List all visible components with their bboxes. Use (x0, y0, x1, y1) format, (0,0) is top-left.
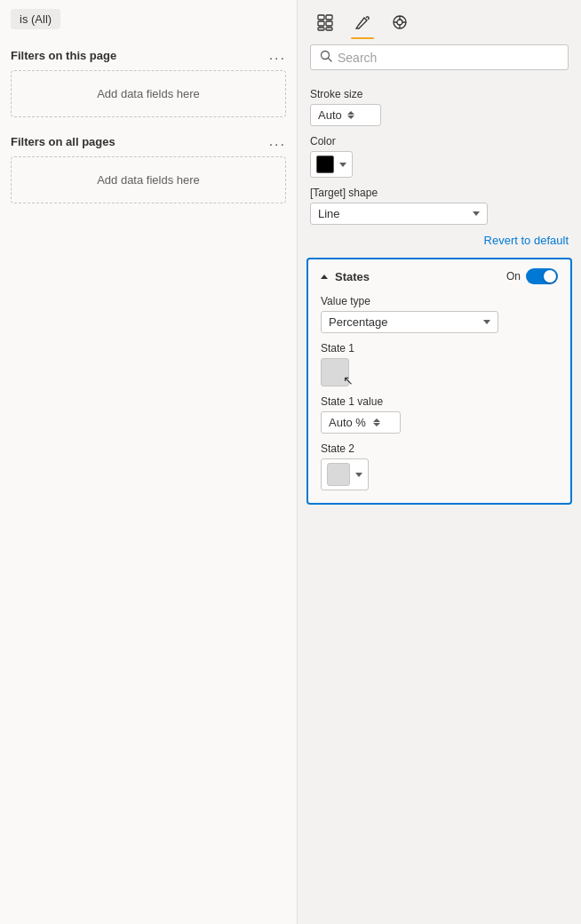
right-panel: Stroke size Auto Color [Target] shape Li… (298, 0, 581, 924)
states-title-group: States (321, 270, 370, 283)
target-shape-row: Line (310, 203, 569, 225)
svg-rect-2 (318, 21, 324, 26)
value-type-label: Value type (321, 295, 558, 307)
left-panel: is (All) Filters on this page ... Add da… (0, 0, 298, 924)
color-row (310, 151, 569, 178)
state2-chevron (355, 473, 362, 477)
states-header: States On (321, 268, 558, 284)
svg-line-8 (329, 59, 332, 62)
state1-row: ↖ (321, 358, 558, 386)
stroke-size-arrows (347, 111, 354, 119)
search-bar[interactable] (310, 44, 569, 70)
color-label: Color (310, 135, 569, 147)
svg-rect-1 (326, 15, 332, 20)
toolbar (298, 0, 581, 37)
state2-row (321, 458, 558, 490)
target-shape-select[interactable]: Line (310, 203, 488, 225)
value-type-row: Percentage (321, 311, 558, 333)
state1-label: State 1 (321, 342, 558, 354)
filter-tag: is (All) (11, 9, 60, 29)
svg-rect-5 (326, 28, 332, 30)
filters-all-pages-add-fields[interactable]: Add data fields here (11, 156, 286, 203)
filters-all-pages-menu[interactable]: ... (269, 133, 286, 149)
properties-section: Stroke size Auto Color [Target] shape Li… (298, 79, 581, 225)
stroke-size-label: Stroke size (310, 88, 569, 100)
color-picker-button[interactable] (310, 151, 353, 178)
stroke-size-row: Auto (310, 104, 569, 126)
color-swatch (316, 155, 334, 173)
filters-this-page-add-fields[interactable]: Add data fields here (11, 70, 286, 117)
filters-this-page-header: Filters on this page ... (11, 47, 286, 63)
revert-to-default-link[interactable]: Revert to default (298, 225, 581, 252)
state1-color-picker[interactable]: ↖ (321, 358, 349, 386)
svg-rect-3 (326, 21, 332, 26)
states-toggle-thumb (544, 270, 556, 283)
state1-value-row: Auto % (321, 411, 558, 434)
svg-rect-4 (318, 28, 324, 30)
svg-rect-0 (318, 15, 324, 20)
color-chevron-down (339, 163, 346, 167)
states-title: States (335, 270, 370, 283)
stroke-size-select[interactable]: Auto (310, 104, 381, 126)
state2-color-picker[interactable] (321, 458, 369, 490)
stroke-size-value: Auto (318, 108, 342, 122)
grid-icon[interactable] (310, 7, 340, 37)
value-type-value: Percentage (329, 315, 388, 329)
state1-value-label: State 1 value (321, 395, 558, 408)
cursor-icon: ↖ (343, 373, 354, 387)
state2-color-swatch (327, 463, 350, 486)
format-icon[interactable] (385, 7, 415, 37)
states-section: States On Value type Percentage State 1 … (306, 258, 572, 505)
search-input[interactable] (338, 51, 559, 65)
state1-value-arrows (373, 418, 380, 426)
state2-label: State 2 (321, 442, 558, 455)
search-icon (320, 50, 332, 65)
states-toggle-label: On (506, 270, 521, 283)
states-chevron-up[interactable] (321, 275, 328, 279)
paint-icon[interactable] (347, 7, 378, 37)
state1-value-input[interactable]: Auto % (321, 411, 401, 434)
value-type-select[interactable]: Percentage (321, 311, 498, 333)
target-shape-chevron (473, 211, 480, 216)
filters-all-pages-title: Filters on all pages (11, 135, 115, 148)
target-shape-label: [Target] shape (310, 187, 569, 199)
states-toggle-row: On (506, 268, 558, 284)
target-shape-value: Line (318, 207, 340, 220)
value-type-chevron (483, 320, 490, 324)
states-toggle[interactable] (526, 268, 558, 284)
filters-this-page-menu[interactable]: ... (269, 47, 286, 63)
state1-value-text: Auto % (329, 416, 366, 429)
filters-this-page-title: Filters on this page (11, 49, 116, 62)
filters-all-pages-header: Filters on all pages ... (11, 133, 286, 149)
